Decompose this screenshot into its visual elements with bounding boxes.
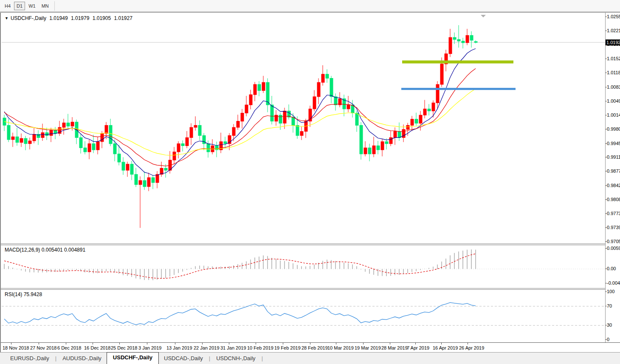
- chart-symbol-label: USDCHF-,Daily: [11, 15, 46, 21]
- chart-tab-usdchf[interactable]: USDCHF-,Daily: [107, 352, 159, 364]
- rsi-axis-label: 100: [607, 289, 614, 294]
- date-axis-label: 19 Mar 2019: [355, 345, 381, 350]
- candle-body: [11, 137, 14, 140]
- date-axis-label: 16 Dec 2018: [84, 345, 110, 350]
- date-axis-label: 6 Dec 2018: [57, 345, 81, 350]
- current-price-badge: 1.01927: [606, 39, 620, 45]
- rsi-line: [4, 302, 476, 325]
- date-axis-tick: [119, 343, 120, 344]
- candle-body: [398, 132, 401, 138]
- chart-tab-usdcnh[interactable]: USDCNH-,Daily: [211, 353, 260, 364]
- candle-body: [436, 84, 439, 103]
- candle-body: [164, 168, 167, 171]
- date-axis-label: 28 Mar 2019: [381, 345, 408, 350]
- chart-tab-usdcad[interactable]: USDCAD-,Daily: [159, 353, 208, 364]
- rsi-axis-label: 0: [607, 337, 609, 342]
- chart-tab-eurusd[interactable]: EURUSD-,Daily: [5, 353, 54, 364]
- trading-terminal: H4D1W1MN ▼USDCHF-,Daily 1.01949 1.01979 …: [0, 0, 620, 364]
- date-axis-tick: [256, 343, 256, 344]
- candle-body: [262, 82, 265, 90]
- candle-body: [381, 142, 384, 150]
- candle-body: [462, 41, 465, 43]
- candle-body: [321, 74, 324, 82]
- candle-body: [474, 42, 477, 42]
- rsi-panel[interactable]: RSI(14) 75.9428: [2, 290, 605, 342]
- candle-body: [411, 119, 414, 126]
- timeframe-button-mn[interactable]: MN: [39, 2, 51, 10]
- chart-title: ▼USDCHF-,Daily 1.01949 1.01979 1.01905 1…: [5, 15, 134, 21]
- candle-body: [135, 174, 138, 185]
- candle-body: [457, 39, 460, 41]
- rsi-label: RSI(14) 75.9428: [5, 291, 42, 297]
- date-axis[interactable]: 18 Nov 201827 Nov 20186 Dec 201816 Dec 2…: [1, 342, 620, 353]
- price-axis-label: 1.01180: [607, 70, 620, 75]
- candle-body: [194, 125, 197, 127]
- date-axis-tick: [441, 343, 442, 344]
- collapse-triangle-icon[interactable]: ▼: [5, 16, 8, 20]
- tab-separator: |: [208, 353, 211, 364]
- price-chart-panel[interactable]: ▼USDCHF-,Daily 1.01949 1.01979 1.01905 1…: [2, 14, 605, 244]
- date-axis-tick: [66, 343, 66, 344]
- price-axis-label: 0.97050: [607, 239, 620, 244]
- candle-body: [113, 144, 116, 154]
- axis-tick: [605, 325, 607, 325]
- candle-body: [377, 146, 380, 150]
- candle-body: [152, 178, 155, 183]
- price-axis[interactable]: 1.025501.022101.018801.015201.011801.008…: [606, 13, 620, 342]
- candle-body: [118, 154, 121, 162]
- date-axis-label: 26 Apr 2019: [459, 345, 484, 350]
- macd-panel[interactable]: MACD(12,26,9) 0.005401 0.004891: [2, 245, 605, 288]
- price-chart-canvas[interactable]: [2, 14, 605, 244]
- candle-body: [368, 148, 371, 154]
- macd-axis-label: -0.00424: [607, 280, 620, 286]
- candle-body: [453, 37, 456, 39]
- candle-body: [423, 109, 426, 115]
- chart-tab-audusd[interactable]: AUDUSD-,Daily: [57, 353, 107, 364]
- candle-body: [88, 144, 91, 152]
- date-axis-label: 10 Mar 2019: [327, 345, 354, 350]
- macd-canvas[interactable]: [2, 245, 605, 288]
- ohlc-open: 1.01949: [49, 15, 68, 21]
- support-line-blue[interactable]: [401, 88, 516, 90]
- date-axis-tick: [229, 343, 229, 344]
- candle-body: [79, 137, 82, 148]
- candle-body: [109, 125, 112, 143]
- candle-body: [198, 125, 201, 135]
- candle-body: [334, 97, 337, 105]
- candle-body: [71, 122, 74, 126]
- candle-body: [360, 125, 363, 154]
- candle-body: [372, 146, 375, 154]
- candle-body: [101, 134, 104, 142]
- timeframe-button-d1[interactable]: D1: [14, 2, 25, 10]
- axis-tick: [605, 306, 607, 306]
- candle-body: [62, 123, 65, 128]
- date-axis-tick: [175, 343, 175, 344]
- candle-body: [24, 138, 27, 144]
- chart-tab-bar: EURUSD-,Daily|AUDUSD-,DailyUSDCHF-,Daily…: [0, 352, 620, 364]
- candle-body: [20, 138, 23, 143]
- candle-body: [54, 130, 57, 134]
- candle-body: [207, 144, 210, 152]
- candle-body: [389, 137, 392, 144]
- candle-body: [41, 133, 44, 138]
- price-axis-label: 1.00490: [607, 98, 620, 104]
- tab-separator: |: [54, 353, 57, 364]
- date-axis-tick: [468, 343, 468, 344]
- macd-axis-label: 0.00: [607, 266, 616, 271]
- axis-tick: [605, 171, 607, 171]
- candle-body: [16, 137, 19, 143]
- candle-body: [440, 64, 443, 84]
- resistance-line-green[interactable]: [402, 61, 513, 64]
- axis-tick: [605, 199, 607, 200]
- date-axis-label: 25 Dec 2018: [111, 345, 137, 350]
- mid-ma-line: [4, 68, 476, 166]
- timeframe-button-h4[interactable]: H4: [2, 2, 13, 10]
- price-axis-label: 1.02550: [607, 14, 620, 19]
- candle-body: [126, 164, 129, 171]
- rsi-canvas[interactable]: [2, 290, 605, 342]
- timeframe-button-w1[interactable]: W1: [26, 2, 38, 10]
- candle-body: [50, 130, 53, 136]
- candle-body: [406, 125, 409, 129]
- date-axis-tick: [390, 343, 390, 344]
- axis-tick: [605, 143, 607, 144]
